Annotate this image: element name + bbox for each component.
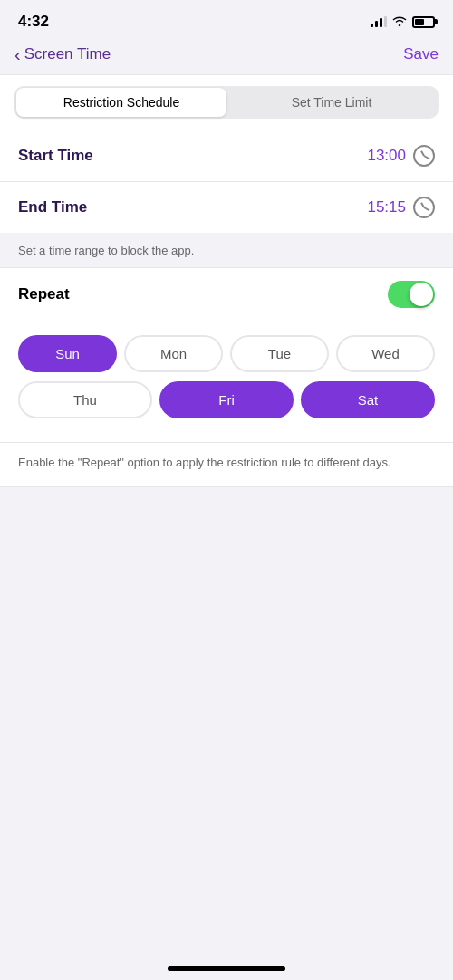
nav-bar: ‹ Screen Time Save [0,38,453,74]
day-button-fri[interactable]: Fri [159,381,294,418]
day-button-wed[interactable]: Wed [336,335,435,372]
day-button-thu[interactable]: Thu [18,381,152,418]
repeat-label: Repeat [18,285,70,303]
battery-icon [412,16,435,28]
info-text-section: Set a time range to block the app. [0,233,453,267]
day-button-tue[interactable]: Tue [230,335,329,372]
day-button-sun[interactable]: Sun [18,335,117,372]
days-section: Sun Mon Tue Wed Thu Fri Sat [0,321,453,442]
signal-icon [371,16,387,27]
tab-restriction-schedule[interactable]: Restriction Schedule [16,88,226,117]
start-time-value: 13:00 [367,147,406,165]
end-time-row[interactable]: End Time 15:15 [0,182,453,233]
time-section: Start Time 13:00 End Time 15:15 [0,130,453,233]
home-indicator [168,966,285,971]
start-time-row[interactable]: Start Time 13:00 [0,130,453,182]
back-chevron-icon: ‹ [14,45,21,63]
repeat-info-section: Enable the "Repeat" option to apply the … [0,442,453,486]
start-time-clock-icon [413,145,435,167]
status-bar: 4:32 [0,0,453,38]
save-button[interactable]: Save [403,45,439,63]
repeat-info-text: Enable the "Repeat" option to apply the … [18,456,391,469]
end-time-clock-icon [413,197,435,218]
tab-set-time-limit[interactable]: Set Time Limit [226,88,437,117]
start-time-value-group: 13:00 [367,145,435,167]
days-row-2: Thu Fri Sat [18,381,435,418]
status-time: 4:32 [18,13,49,31]
end-time-value-group: 15:15 [367,197,435,218]
repeat-section: Repeat Sun Mon Tue Wed Thu Fri Sat Enabl… [0,267,453,487]
repeat-toggle[interactable] [388,281,435,308]
wifi-icon [392,14,407,29]
day-button-sat[interactable]: Sat [301,381,435,418]
repeat-row: Repeat [0,268,453,321]
info-text: Set a time range to block the app. [18,244,194,257]
days-row-1: Sun Mon Tue Wed [18,335,435,372]
end-time-label: End Time [18,198,87,216]
back-button[interactable]: ‹ Screen Time [14,45,111,63]
status-icons [371,14,435,29]
end-time-value: 15:15 [367,198,406,216]
toggle-thumb [410,283,433,306]
segment-container: Restriction Schedule Set Time Limit [0,74,453,130]
day-button-mon[interactable]: Mon [124,335,223,372]
start-time-label: Start Time [18,147,93,165]
segment-control: Restriction Schedule Set Time Limit [14,86,439,119]
back-label: Screen Time [24,45,111,63]
